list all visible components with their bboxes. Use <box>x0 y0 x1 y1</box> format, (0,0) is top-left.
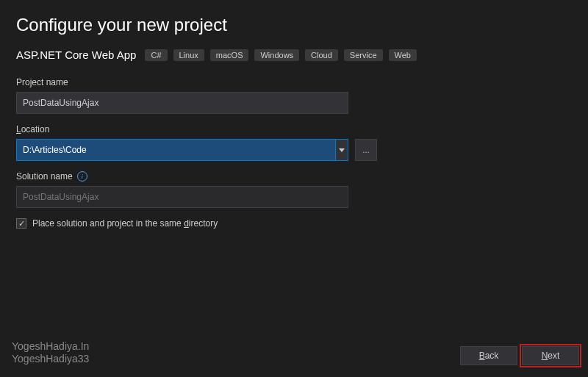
template-name: ASP.NET Core Web App <box>16 49 136 61</box>
same-directory-checkbox[interactable] <box>16 218 26 229</box>
location-input[interactable] <box>16 139 335 161</box>
project-name-label: Project name <box>16 77 572 87</box>
tag-linux: Linux <box>173 49 204 61</box>
tag-windows: Windows <box>254 49 299 61</box>
back-button[interactable]: Back <box>460 346 517 365</box>
info-icon[interactable]: i <box>77 171 87 182</box>
project-name-input[interactable] <box>16 92 348 114</box>
tag-web: Web <box>389 49 417 61</box>
watermark: YogeshHadiya.In YogeshHadiya33 <box>12 340 89 365</box>
solution-name-label: Solution name i <box>16 171 572 182</box>
template-info-row: ASP.NET Core Web App C# Linux macOS Wind… <box>16 49 572 61</box>
page-title: Configure your new project <box>16 15 572 35</box>
tag-macos: macOS <box>210 49 249 61</box>
browse-button[interactable]: … <box>355 139 377 161</box>
location-dropdown-button[interactable] <box>335 139 348 161</box>
tag-service: Service <box>344 49 383 61</box>
same-directory-label: Place solution and project in the same d… <box>32 218 218 229</box>
next-button[interactable]: Next <box>522 346 579 365</box>
solution-name-input <box>16 186 348 208</box>
chevron-down-icon <box>339 148 345 152</box>
tag-cloud: Cloud <box>305 49 338 61</box>
tag-csharp: C# <box>145 49 167 61</box>
location-label: Location <box>16 124 572 134</box>
